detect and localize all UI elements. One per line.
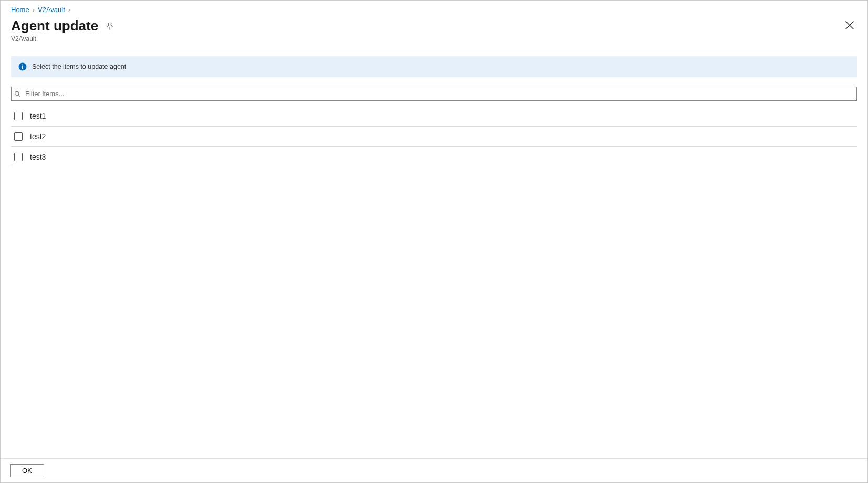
info-icon xyxy=(18,62,27,71)
search-icon xyxy=(14,90,21,97)
breadcrumb: Home › V2Avault › xyxy=(1,1,867,16)
checkbox[interactable] xyxy=(14,153,23,161)
list-item-label: test2 xyxy=(30,132,46,141)
close-button[interactable] xyxy=(844,20,855,30)
page-header: Agent update V2Avault xyxy=(1,16,867,43)
list-item-label: test1 xyxy=(30,112,46,120)
svg-point-5 xyxy=(22,65,23,66)
ok-button[interactable]: OK xyxy=(10,464,44,477)
pin-icon[interactable] xyxy=(106,22,114,30)
chevron-right-icon: › xyxy=(33,6,35,14)
items-list: test1 test2 test3 xyxy=(11,106,857,167)
filter-input[interactable] xyxy=(11,87,857,101)
list-item[interactable]: test2 xyxy=(11,127,857,147)
checkbox[interactable] xyxy=(14,112,23,120)
page-subtitle: V2Avault xyxy=(11,34,857,43)
breadcrumb-home[interactable]: Home xyxy=(11,6,29,14)
svg-rect-4 xyxy=(22,66,23,69)
list-item[interactable]: test3 xyxy=(11,147,857,167)
svg-line-7 xyxy=(18,94,20,96)
checkbox[interactable] xyxy=(14,132,23,141)
breadcrumb-vault[interactable]: V2Avault xyxy=(38,6,65,14)
chevron-right-icon: › xyxy=(68,6,70,14)
svg-point-6 xyxy=(15,91,19,95)
footer-bar: OK xyxy=(1,458,867,482)
list-item-label: test3 xyxy=(30,153,46,161)
filter-field-wrap xyxy=(11,87,857,101)
info-banner-text: Select the items to update agent xyxy=(32,63,126,70)
info-banner: Select the items to update agent xyxy=(11,56,857,77)
list-item[interactable]: test1 xyxy=(11,106,857,127)
content-area: Select the items to update agent test1 t… xyxy=(1,43,867,458)
page-title: Agent update xyxy=(11,18,98,34)
